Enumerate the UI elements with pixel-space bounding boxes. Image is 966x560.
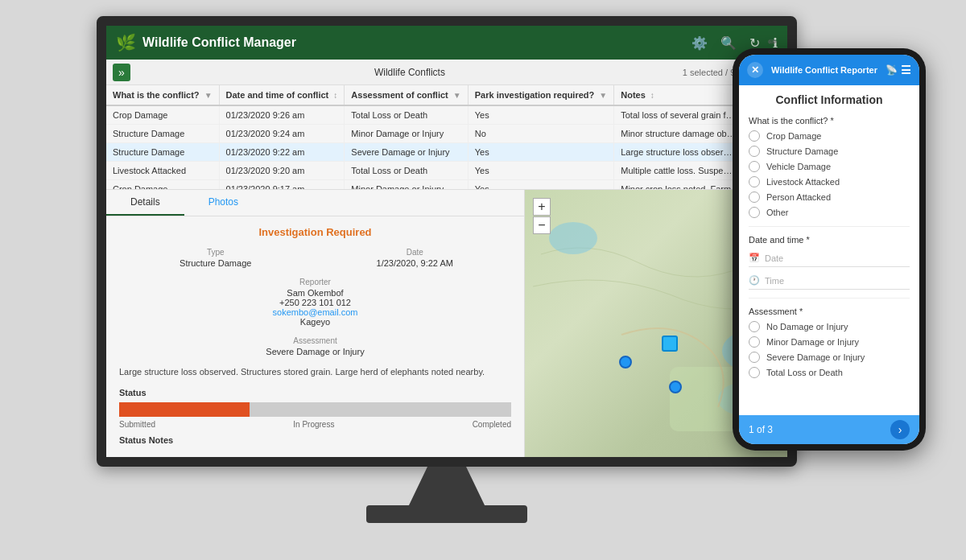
tab-photos[interactable]: Photos [184,190,262,216]
conflict-option[interactable]: Crop Damage [749,130,910,142]
radio-button[interactable] [749,146,760,157]
notes-text: Large structure loss observed. Structure… [119,366,511,378]
conflict-option[interactable]: Vehicle Damage [749,161,910,172]
divider-1 [749,226,910,227]
assessment-option[interactable]: Minor Damage or Injury [749,336,910,348]
conflict-option[interactable]: Livestock Attacked [749,176,910,187]
table-cell: 01/23/2020 9:17 am [219,180,345,191]
conflict-option-label: Crop Damage [766,131,821,141]
scene: 🌿 Wildlife Conflict Manager ⚙️ 🔍 ↻ ℹ » W… [0,0,966,560]
tab-details[interactable]: Details [106,190,184,216]
table-cell: Minor crop loss noted. Farm [614,180,743,191]
radio-button[interactable] [749,367,760,378]
table-cell: 01/23/2020 9:22 am [219,143,345,162]
table-cell: Minor Damage or Injury [345,125,468,143]
table-cell: Structure Damage [106,143,219,162]
assessment-option-label: No Damage or Injury [766,322,848,331]
time-field[interactable]: 🕐 Time [749,272,910,290]
col-notes[interactable]: Notes ↕ [614,85,743,105]
phone-header-title: Wildlife Conflict Reporter [763,65,886,75]
nav-button[interactable]: » [113,64,130,81]
radio-button[interactable] [749,352,760,363]
table-cell: Structure Damage [106,125,219,143]
reporter-section: Reporter Sam Okembof +250 223 101 012 so… [119,278,511,327]
map-marker-3[interactable] [669,381,682,393]
zoom-out-button[interactable]: − [533,216,551,234]
conflict-option[interactable]: Structure Damage [749,146,910,157]
detail-content: ✏ Investigation Required Type Structure … [106,216,524,455]
type-label: Type [119,248,312,257]
date-field: Date 1/23/2020, 9:22 AM [319,248,512,268]
table-cell: Yes [468,105,614,125]
table-row[interactable]: Crop Damage01/23/2020 9:26 amTotal Loss … [106,105,787,125]
phone-close-button[interactable]: ✕ [747,62,763,78]
radio-button[interactable] [749,321,760,332]
radio-button[interactable] [749,207,760,218]
type-value: Structure Damage [119,258,312,268]
phone-screen: ✕ Wildlife Conflict Reporter 📡 ☰ Conflic… [739,55,919,444]
radio-button[interactable] [749,176,760,187]
detail-tabs: Details Photos [106,190,524,216]
date-field[interactable]: 📅 Date [749,249,910,267]
status-label: Status [119,388,511,397]
status-labels: Submitted In Progress Completed [119,420,511,429]
assessment-option[interactable]: No Damage or Injury [749,321,910,332]
conflict-option[interactable]: Person Attacked [749,191,910,203]
map-marker-main[interactable] [662,336,678,352]
reporter-label: Reporter [119,278,511,286]
status-inprogress-label: In Progress [293,420,334,429]
col-conflict[interactable]: What is the conflict? ▼ [106,85,219,105]
datetime-label: Date and time * [749,235,910,245]
table-cell: 01/23/2020 9:24 am [219,125,345,143]
table-row[interactable]: Livestock Attacked01/23/2020 9:20 amTota… [106,162,787,180]
signal-icon: 📡 [886,64,898,76]
monitor-stand [398,467,495,507]
monitor-base [366,505,527,523]
table-cell: Minor structure damage observed. Hut [614,125,743,143]
assessment-section: Assessment Severe Damage or Injury [119,336,511,356]
next-icon: › [898,423,902,436]
zoom-in-button[interactable]: + [533,198,551,216]
assessment-value: Severe Damage or Injury [119,347,511,356]
assessment-options: No Damage or InjuryMinor Damage or Injur… [749,321,910,378]
col-assessment[interactable]: Assessment of conflict ▼ [345,85,468,105]
table-cell: 01/23/2020 9:26 am [219,105,345,125]
footer-page-label: 1 of 3 [749,424,773,435]
phone: ✕ Wildlife Conflict Reporter 📡 ☰ Conflic… [733,48,926,499]
phone-footer: 1 of 3 › [739,415,919,444]
assessment-option[interactable]: Total Loss or Death [749,367,910,378]
reporter-email[interactable]: sokembo@email.com [119,307,511,317]
table-cell: Crop Damage [106,180,219,191]
status-inprogress [250,402,380,417]
app-header: 🌿 Wildlife Conflict Manager ⚙️ 🔍 ↻ ℹ [106,26,787,60]
table-cell: Total Loss or Death [345,105,468,125]
left-panel: Details Photos ✏ Investigation Required … [106,190,525,467]
conflict-question-label: What is the conflict? * [749,116,910,126]
table-cell: No [468,125,614,143]
assessment-option[interactable]: Severe Damage or Injury [749,352,910,363]
conflict-option[interactable]: Other [749,207,910,218]
table-cell: Total loss of several grain fields. Trac… [614,105,743,125]
menu-icon[interactable]: ☰ [901,64,911,76]
data-table: What is the conflict? ▼ Date and time of… [106,85,787,190]
radio-button[interactable] [749,130,760,142]
table-row[interactable]: Crop Damage01/23/2020 9:17 amMinor Damag… [106,180,787,191]
table-cell: Severe Damage or Injury [345,143,468,162]
status-section: Status Submitted In Progress Completed [119,388,511,429]
radio-button[interactable] [749,161,760,172]
table-row[interactable]: Structure Damage01/23/2020 9:22 amSevere… [106,143,787,162]
table-row[interactable]: Structure Damage01/23/2020 9:24 amMinor … [106,125,787,143]
radio-button[interactable] [749,336,760,348]
assessment-option-label: Total Loss or Death [766,368,843,377]
next-button[interactable]: › [890,420,910,439]
date-placeholder: Date [765,253,783,263]
settings-icon[interactable]: ⚙️ [691,35,708,51]
col-park[interactable]: Park investigation required? ▼ [468,85,614,105]
leaf-icon: 🌿 [116,33,136,52]
col-date[interactable]: Date and time of conflict ↕ [219,85,345,105]
time-placeholder: Time [765,276,784,286]
reporter-phone: +250 223 101 012 [119,298,511,307]
table-cell: 01/23/2020 9:20 am [219,162,345,180]
radio-button[interactable] [749,191,760,203]
date-label: Date [319,248,512,257]
